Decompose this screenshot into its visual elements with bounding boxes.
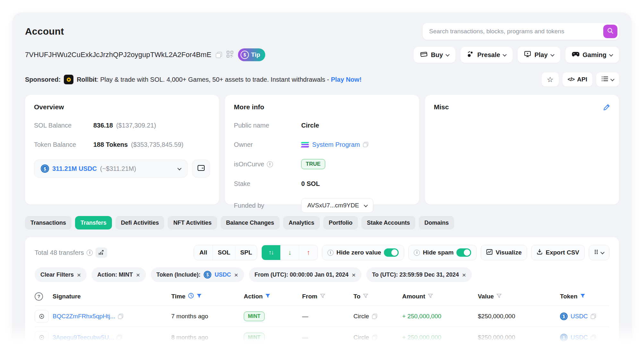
tab-defi-activities[interactable]: Defi Activities bbox=[115, 216, 164, 229]
token-usd: (~$311.21M) bbox=[100, 165, 136, 172]
search-bar[interactable] bbox=[423, 23, 619, 40]
filter-icon[interactable] bbox=[197, 293, 202, 300]
close-icon[interactable]: × bbox=[352, 271, 356, 278]
column-settings-button[interactable] bbox=[589, 245, 609, 260]
funded-by-dropdown[interactable]: AVSxU7...cm9YDE bbox=[301, 198, 373, 213]
buy-label: Buy bbox=[431, 51, 443, 59]
preview-eye-button[interactable] bbox=[35, 310, 49, 323]
value-usd: $250,000,000 bbox=[478, 334, 515, 341]
visualize-button[interactable]: Visualize bbox=[481, 245, 527, 260]
info-icon[interactable]: i bbox=[87, 250, 93, 256]
help-icon[interactable]: ? bbox=[35, 292, 43, 301]
play-button[interactable]: Play bbox=[518, 47, 560, 63]
filter-icon[interactable] bbox=[265, 293, 270, 300]
filter-icon[interactable] bbox=[580, 293, 585, 300]
copy-to-icon[interactable] bbox=[372, 335, 377, 340]
info-icon[interactable]: i bbox=[267, 161, 273, 167]
copy-token-icon[interactable] bbox=[591, 335, 596, 340]
token-dropdown[interactable]: $ 311.21M USDC (~$311.21M) bbox=[34, 160, 188, 178]
rollbit-icon bbox=[64, 75, 73, 84]
hide-spam-toggle[interactable] bbox=[456, 248, 471, 257]
preview-eye-button[interactable] bbox=[35, 331, 49, 344]
code-icon: </> bbox=[568, 76, 575, 83]
col-amount: Amount bbox=[402, 293, 425, 300]
chevron-down-icon bbox=[503, 52, 507, 56]
copy-signature-icon[interactable] bbox=[118, 314, 123, 319]
search-button[interactable] bbox=[603, 25, 617, 38]
chart-stats-button[interactable] bbox=[96, 247, 107, 258]
filter-sol[interactable]: SOL bbox=[213, 245, 235, 260]
tab-balance-changes[interactable]: Balance Changes bbox=[221, 216, 280, 229]
from-date-filter-chip[interactable]: From (UTC): 00:00:00 Jan 01, 2024× bbox=[249, 267, 361, 282]
wallet-portfolio-button[interactable] bbox=[192, 160, 210, 178]
hide-spam-control: i Hide spam bbox=[408, 245, 477, 260]
close-icon[interactable]: × bbox=[77, 271, 81, 278]
edit-pencil-icon[interactable] bbox=[603, 103, 611, 112]
copy-address-icon[interactable] bbox=[216, 52, 222, 58]
to-link[interactable]: Circle bbox=[353, 313, 369, 320]
info-icon[interactable]: i bbox=[414, 250, 420, 256]
chevron-down-icon bbox=[600, 250, 605, 254]
chevron-down-icon bbox=[177, 166, 182, 170]
search-input[interactable] bbox=[429, 28, 603, 35]
to-link[interactable]: Circle bbox=[353, 334, 369, 341]
token-filter-chip[interactable]: Token (Include): $ USDC × bbox=[151, 267, 244, 282]
filter-icon[interactable] bbox=[428, 293, 433, 300]
misc-card: Misc bbox=[425, 95, 619, 204]
close-icon[interactable]: × bbox=[462, 271, 466, 278]
tab-analytics[interactable]: Analytics bbox=[283, 216, 320, 229]
gaming-button[interactable]: Gaming bbox=[565, 47, 619, 63]
action-filter-chip[interactable]: Action: MINT× bbox=[91, 267, 146, 282]
tip-button[interactable]: $ Tip bbox=[238, 48, 265, 61]
sort-both-button[interactable]: ↑↓ bbox=[262, 245, 280, 260]
clear-filters-chip[interactable]: Clear Filters× bbox=[35, 267, 87, 282]
token-link[interactable]: USDC bbox=[571, 334, 588, 341]
sort-in-button[interactable]: ↓ bbox=[280, 245, 299, 260]
filter-icon[interactable] bbox=[496, 293, 502, 300]
tab-nft-activities[interactable]: NFT Activities bbox=[168, 216, 217, 229]
tab-transactions[interactable]: Transactions bbox=[25, 216, 72, 229]
to-date-filter-chip[interactable]: To (UTC): 23:59:59 Dec 31, 2024× bbox=[366, 267, 472, 282]
tab-transfers[interactable]: Transfers bbox=[75, 216, 112, 229]
copy-to-icon[interactable] bbox=[372, 314, 377, 319]
owner-link[interactable]: System Program bbox=[312, 141, 360, 148]
presale-button[interactable]: Presale bbox=[461, 47, 513, 63]
from-value: — bbox=[302, 334, 308, 341]
time-value: 7 months ago bbox=[171, 313, 208, 320]
play-label: Play bbox=[534, 51, 547, 59]
chevron-down-icon bbox=[609, 52, 613, 56]
qr-code-icon[interactable] bbox=[226, 51, 233, 59]
token-link[interactable]: USDC bbox=[571, 313, 588, 320]
clock-icon[interactable] bbox=[188, 293, 194, 300]
info-icon[interactable]: i bbox=[327, 250, 334, 256]
play-now-link[interactable]: Play Now! bbox=[331, 76, 362, 83]
sponsor-text: : Play & trade with SOL. 4,000+ Games, 5… bbox=[97, 76, 329, 83]
close-icon[interactable]: × bbox=[234, 271, 238, 278]
more-info-title: More info bbox=[234, 103, 410, 111]
copy-token-icon[interactable] bbox=[591, 314, 596, 319]
buy-button[interactable]: Buy bbox=[414, 47, 455, 63]
close-icon[interactable]: × bbox=[136, 271, 140, 278]
tab-domains[interactable]: Domains bbox=[419, 216, 454, 229]
filter-spl[interactable]: SPL bbox=[235, 245, 257, 260]
tab-portfolio[interactable]: Portfolio bbox=[323, 216, 358, 229]
buy-icon bbox=[420, 51, 428, 59]
copy-signature-icon[interactable] bbox=[117, 335, 122, 340]
signature-link[interactable]: 3Apegu9Teecubw5U... bbox=[53, 334, 114, 341]
filter-icon[interactable] bbox=[320, 293, 325, 300]
filter-all[interactable]: All bbox=[194, 245, 213, 260]
list-menu-button[interactable] bbox=[596, 72, 619, 87]
export-csv-button[interactable]: Export CSV bbox=[531, 245, 585, 260]
api-button[interactable]: </> API bbox=[563, 72, 592, 87]
copy-owner-icon[interactable] bbox=[363, 142, 368, 147]
hide-zero-value-label: Hide zero value bbox=[336, 249, 381, 256]
sort-out-button[interactable]: ↑ bbox=[299, 245, 318, 260]
arrow-down-icon: ↓ bbox=[288, 249, 292, 256]
filter-icon[interactable] bbox=[363, 293, 368, 300]
signature-link[interactable]: BQC2ZmFRhx5qpHtj... bbox=[53, 313, 115, 320]
total-transfers-label: Total 48 transfers bbox=[35, 249, 84, 256]
public-name-value: Circle bbox=[301, 122, 319, 129]
favorite-button[interactable]: ☆ bbox=[542, 72, 559, 87]
hide-zero-value-toggle[interactable] bbox=[384, 248, 399, 257]
tab-stake-accounts[interactable]: Stake Accounts bbox=[361, 216, 415, 229]
